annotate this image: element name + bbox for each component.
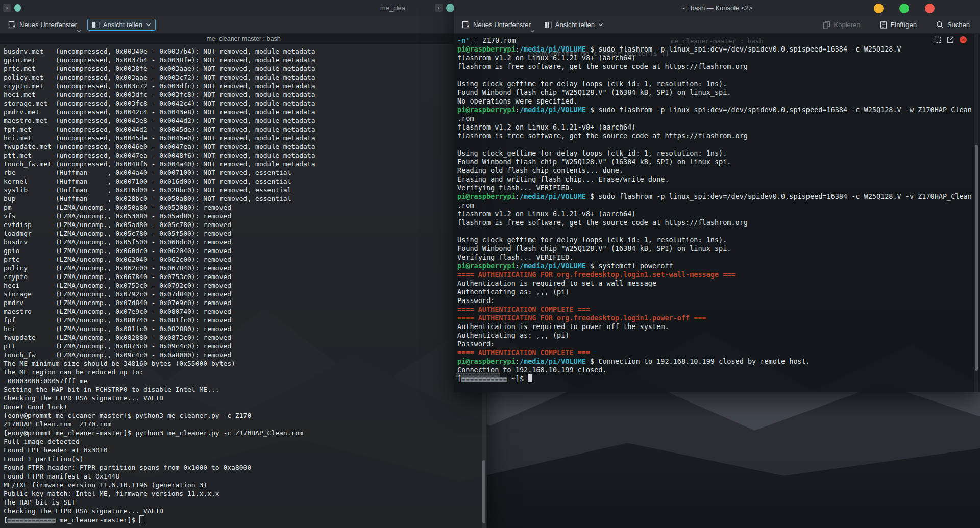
- copy-icon: [823, 21, 830, 29]
- terminal-line: pmdrv.met (uncompressed, 0x0042c4 - 0x00…: [4, 108, 480, 116]
- copy-button[interactable]: Kopieren: [820, 19, 864, 31]
- right-toolbar-actions: Kopieren Einfügen Suchen: [820, 19, 973, 31]
- terminal-line: -n' Z170.rom: [457, 36, 973, 45]
- search-button[interactable]: Suchen: [933, 19, 973, 31]
- search-label: Suchen: [947, 21, 970, 29]
- terminal-line: [▤▤▤▤▤▤▤▤▤▤▤▤ me_cleaner-master]$: [4, 515, 480, 524]
- terminal-line: [eony@prommt me_cleaner-master]$ python3…: [4, 429, 480, 437]
- terminal-line: The ME minimum size should be 348160 byt…: [4, 359, 480, 368]
- chevron-right-icon[interactable]: ›: [435, 4, 443, 12]
- terminal-line: flashrom v1.2 on Linux 6.1.21-v8+ (aarch…: [457, 54, 973, 62]
- terminal-line: Verifying flash... VERIFIED.: [457, 184, 973, 192]
- right-scrollbar-thumb[interactable]: [975, 145, 978, 371]
- left-terminal[interactable]: busdrv.met (uncompressed, 0x00340e - 0x0…: [0, 44, 487, 528]
- paste-button[interactable]: Einfügen: [877, 19, 920, 31]
- terminal-line: pi@raspberrypi:/media/pi/VOLUME $ Connec…: [457, 357, 973, 366]
- right-terminal-content: -n' Z170.rompi@raspberrypi:/media/pi/VOL…: [457, 36, 973, 383]
- terminal-line: Erasing and writing flash chip... Erase/…: [457, 175, 973, 184]
- terminal-line: heci (LZMA/uncomp., 0x0753c0 - 0x0792c0)…: [4, 281, 480, 290]
- new-tab-label: Neues Unterfenster: [19, 21, 77, 29]
- terminal-line: syslib (Huffman , 0x016d00 - 0x028bc0): …: [4, 186, 480, 194]
- terminal-line: crypto.met (uncompressed, 0x003c72 - 0x0…: [4, 82, 480, 90]
- terminal-line: evtdisp (LZMA/uncomp., 0x05ad80 - 0x05c7…: [4, 220, 480, 229]
- terminal-line: Found 1 partition(s): [4, 455, 480, 463]
- terminal-line: .rom: [457, 201, 973, 210]
- new-tab-button[interactable]: Neues Unterfenster: [459, 19, 534, 31]
- minimize-button[interactable]: [874, 4, 884, 13]
- new-tab-button[interactable]: Neues Unterfenster: [5, 19, 80, 31]
- left-window-title: me_clea: [0, 0, 405, 16]
- terminal-line: Authenticating as: ,,, (pi): [457, 288, 973, 296]
- terminal-line: pi@raspberrypi:/media/pi/VOLUME $ sudo f…: [457, 192, 973, 201]
- terminal-line: loadmgr (LZMA/uncomp., 0x05c780 - 0x05f5…: [4, 229, 480, 238]
- chevron-down-icon: [146, 23, 151, 27]
- terminal-line: [457, 140, 973, 149]
- terminal-line: The HAP bit is SET: [4, 498, 480, 507]
- terminal-line: Full image detected: [4, 437, 480, 446]
- terminal-line: pmdrv (LZMA/uncomp., 0x07d840 - 0x07e9c0…: [4, 298, 480, 307]
- terminal-line: .rom: [457, 114, 973, 123]
- terminal-line: flashrom v1.2 on Linux 6.1.21-v8+ (aarch…: [457, 210, 973, 218]
- terminal-line: Reading old flash chip contents... done.: [457, 166, 973, 175]
- terminal-line: Checking the FTPR RSA signature... VALID: [4, 394, 480, 403]
- terminal-line: ==== AUTHENTICATION COMPLETE ===: [457, 305, 973, 314]
- copy-label: Kopieren: [834, 21, 861, 29]
- right-terminal[interactable]: me_cleaner-master : bash [eony@prommt me…: [454, 34, 980, 392]
- terminal-line: touch_fw.met (uncompressed, 0x0048f6 - 0…: [4, 160, 480, 168]
- right-titlebar[interactable]: ~ : bash — Konsole <2>: [454, 0, 980, 16]
- terminal-line: flashrom is free software, get the sourc…: [457, 132, 973, 140]
- terminal-line: [eony@prommt me_cleaner-master]$ python3…: [4, 411, 480, 420]
- terminal-line: [▤▤▤▤▤▤▤▤▤▤▤ ~]$: [457, 374, 973, 383]
- terminal-line: busdrv (LZMA/uncomp., 0x05f500 - 0x060dc…: [4, 238, 480, 246]
- left-pane-title: me_cleaner-master : bash: [0, 34, 487, 44]
- chevron-down-icon: [77, 30, 81, 33]
- terminal-line: gpio.met (uncompressed, 0x0037b4 - 0x003…: [4, 56, 480, 64]
- terminal-line: policy.met (uncompressed, 0x003aae - 0x0…: [4, 73, 480, 82]
- terminal-line: No operations were specified.: [457, 97, 973, 106]
- terminal-line: heci.met (uncompressed, 0x003dfc - 0x003…: [4, 90, 480, 99]
- terminal-line: Found FTPR manifest at 0x1448: [4, 472, 480, 481]
- new-tab-icon: [8, 21, 16, 29]
- terminal-line: Setting the HAP bit in PCHSTRP0 to disab…: [4, 385, 480, 394]
- terminal-line: gpio (LZMA/uncomp., 0x060dc0 - 0x062040)…: [4, 246, 480, 255]
- app-dot-icon: [446, 4, 454, 12]
- terminal-line: Found FPT header at 0x3010: [4, 446, 480, 455]
- terminal-line: rbe (Huffman , 0x004a40 - 0x007100): NOT…: [4, 168, 480, 177]
- terminal-line: Done! Good luck!: [4, 403, 480, 411]
- terminal-line: pi@raspberrypi:/media/pi/VOLUME $ system…: [457, 262, 973, 270]
- close-button[interactable]: [925, 4, 935, 13]
- terminal-line: kernel (Huffman , 0x007100 - 0x016d00): …: [4, 177, 480, 186]
- terminal-line: Checking the FTPR RSA signature... VALID: [4, 507, 480, 515]
- terminal-line: Public key match: Intel ME, firmware ver…: [4, 489, 480, 498]
- terminal-line: vfs (LZMA/uncomp., 0x053080 - 0x05ad80):…: [4, 212, 480, 220]
- terminal-line: bup (Huffman , 0x028bc0 - 0x050a80): NOT…: [4, 194, 480, 203]
- left-scrollbar-thumb[interactable]: [482, 460, 485, 523]
- terminal-line: Found FTPR header: FTPR partition spans …: [4, 463, 480, 472]
- terminal-line: Authenticating as: ,,, (pi): [457, 331, 973, 340]
- left-titlebar[interactable]: › me_clea ›: [0, 0, 487, 16]
- left-pane-header[interactable]: me_cleaner-master : bash: [0, 34, 487, 44]
- terminal-line: Found Winbond flash chip "W25Q128.V" (16…: [457, 158, 973, 166]
- chevron-down-icon: [530, 30, 535, 33]
- terminal-line: storage.met (uncompressed, 0x003fc8 - 0x…: [4, 99, 480, 108]
- terminal-line: ptt.met (uncompressed, 0x0047ea - 0x0048…: [4, 151, 480, 160]
- terminal-line: flashrom v1.2 on Linux 6.1.21-v8+ (aarch…: [457, 123, 973, 132]
- maximize-button[interactable]: [899, 4, 909, 13]
- terminal-line: Using clock_gettime for delay loops (clk…: [457, 80, 973, 88]
- split-view-label: Ansicht teilen: [103, 21, 142, 29]
- right-scrollbar[interactable]: [974, 34, 978, 392]
- terminal-line: Password:: [457, 340, 973, 348]
- terminal-line: maestro (LZMA/uncomp., 0x07e9c0 - 0x0807…: [4, 307, 480, 316]
- terminal-line: flashrom is free software, get the sourc…: [457, 218, 973, 227]
- split-view-button[interactable]: Ansicht teilen: [87, 19, 156, 31]
- terminal-line: fwupdate (LZMA/uncomp., 0x082880 - 0x087…: [4, 333, 480, 342]
- terminal-line: Z170HAP_Clean.rom Z170.rom: [4, 420, 480, 429]
- terminal-line: pm (LZMA/uncomp., 0x050a80 - 0x053080): …: [4, 203, 480, 212]
- terminal-line: touch_fw (LZMA/uncomp., 0x09c4c0 - 0x0a8…: [4, 350, 480, 359]
- split-view-label: Ansicht teilen: [555, 21, 595, 29]
- terminal-line: prtc (LZMA/uncomp., 0x062040 - 0x062c00)…: [4, 255, 480, 264]
- split-view-button[interactable]: Ansicht teilen: [541, 19, 606, 31]
- paste-label: Einfügen: [891, 21, 917, 29]
- terminal-line: pi@raspberrypi:/media/pi/VOLUME $ sudo f…: [457, 45, 973, 54]
- new-tab-icon: [462, 21, 470, 29]
